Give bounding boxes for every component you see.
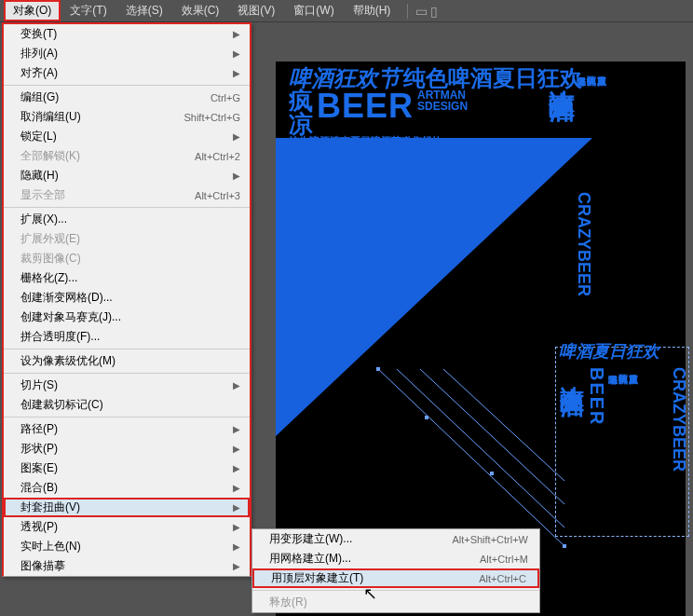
text2-vert-ice: 冰爽啤酒	[559, 367, 584, 375]
menu-label: 设为像素级优化(M)	[20, 353, 116, 369]
shortcut: Alt+Ctrl+M	[480, 554, 528, 565]
menu-help[interactable]: 帮助(H)	[344, 0, 401, 21]
menu--p-[interactable]: 路径(P)▶	[4, 419, 250, 439]
submenu--w-[interactable]: 用变形建立(W)...Alt+Shift+Ctrl+W	[252, 529, 539, 549]
shortcut: Alt+Ctrl+3	[195, 190, 240, 201]
menu--: 显示全部Alt+Ctrl+3	[4, 185, 250, 205]
chevron-right-icon: ▶	[233, 444, 240, 454]
chevron-right-icon: ▶	[233, 424, 240, 434]
separator	[4, 373, 250, 374]
menu-label: 实时上色(N)	[20, 539, 81, 554]
menu-label: 图像描摹	[20, 558, 65, 574]
separator	[4, 417, 250, 418]
menu-label: 封套扭曲(V)	[20, 500, 80, 515]
menu-object[interactable]: 对象(O)	[4, 0, 61, 21]
menu-label: 图案(E)	[20, 460, 58, 476]
shortcut: Ctrl+G	[211, 92, 240, 103]
text2-row3: 啤酒夏日狂欢	[559, 343, 659, 360]
menu-label: 编组(G)	[20, 89, 59, 105]
separator	[4, 85, 250, 86]
menu-label: 取消编组(U)	[20, 109, 81, 125]
menu--p-[interactable]: 透视(P)▶	[4, 517, 250, 537]
text-sdesign: SDESIGN	[417, 101, 468, 112]
menu--[interactable]: 图像描摹▶	[4, 556, 250, 576]
menu--g-[interactable]: 编组(G)Ctrl+G	[4, 88, 250, 107]
menu-label: 释放(R)	[269, 595, 307, 610]
menu--x-[interactable]: 扩展(X)...	[4, 210, 250, 229]
menu-select[interactable]: 选择(S)	[116, 0, 172, 21]
menu-label: 拼合透明度(F)...	[20, 329, 100, 345]
menu--k-: 全部解锁(K)Alt+Ctrl+2	[4, 146, 250, 166]
menu--z-[interactable]: 栅格化(Z)...	[4, 268, 250, 288]
menubar: 对象(O) 文字(T) 选择(S) 效果(C) 视图(V) 窗口(W) 帮助(H…	[0, 0, 693, 22]
menu-window[interactable]: 窗口(W)	[284, 0, 343, 21]
menu-label: 栅格化(Z)...	[20, 270, 77, 286]
menu-label: 创建渐变网格(D)...	[20, 290, 113, 306]
menu--a-[interactable]: 排列(A)▶	[4, 44, 250, 63]
menu-label: 路径(P)	[20, 421, 58, 437]
chevron-right-icon: ▶	[233, 380, 240, 390]
workspace-layout-icon[interactable]: ▭▯	[415, 4, 441, 19]
menu-label: 全部解锁(K)	[20, 148, 80, 164]
menu--t-[interactable]: 变换(T)▶	[4, 24, 250, 44]
divider	[407, 4, 408, 19]
canvas: 啤酒狂欢节 纯色啤酒夏日狂欢 疯 凉 BEER ARTMAN SDESIGN 纯…	[251, 22, 693, 616]
menu-label: 混合(B)	[20, 480, 58, 496]
text2-crazybeer: CRAZYBEER	[669, 367, 687, 472]
svg-rect-7	[490, 472, 494, 475]
separator	[4, 207, 250, 208]
menu--a-[interactable]: 对齐(A)▶	[4, 63, 250, 83]
menu-label: 形状(P)	[20, 441, 58, 457]
menu-label: 变换(T)	[20, 26, 57, 42]
text-vert-liang: 凉	[289, 113, 313, 136]
menu--n-[interactable]: 实时上色(N)▶	[4, 537, 250, 556]
menu-label: 对齐(A)	[20, 65, 58, 81]
menu-label: 扩展外观(E)	[20, 231, 80, 247]
menu-label: 创建对象马赛克(J)...	[20, 309, 121, 325]
shortcut: Shift+Ctrl+G	[183, 112, 240, 123]
submenu--m-[interactable]: 用网格建立(M)...Alt+Ctrl+M	[252, 549, 539, 568]
menu--m-[interactable]: 设为像素级优化(M)	[4, 351, 250, 371]
chevron-right-icon: ▶	[233, 502, 240, 513]
submenu--r-: 释放(R)	[252, 593, 539, 612]
menu-view[interactable]: 视图(V)	[228, 0, 284, 21]
menu-label: 锁定(L)	[20, 129, 57, 144]
menu-label: 显示全部	[20, 187, 65, 203]
svg-rect-5	[563, 544, 566, 548]
menu--p-[interactable]: 形状(P)▶	[4, 439, 250, 459]
shortcut: Alt+Ctrl+2	[195, 151, 240, 162]
menu-label: 透视(P)	[20, 519, 58, 535]
text-vert-ice: 冰爽啤酒	[548, 69, 575, 76]
chevron-right-icon: ▶	[233, 131, 240, 142]
menu--h-[interactable]: 隐藏(H)▶	[4, 166, 250, 185]
menu--u-[interactable]: 取消编组(U)Shift+Ctrl+G	[4, 107, 250, 127]
menu--v-[interactable]: 封套扭曲(V)▶	[4, 498, 250, 517]
menu-label: 切片(S)	[20, 377, 58, 393]
menu-label: 用网格建立(M)...	[269, 551, 351, 567]
menu-label: 扩展(X)...	[20, 212, 67, 227]
menu-label: 隐藏(H)	[20, 168, 59, 184]
menu--b-[interactable]: 混合(B)▶	[4, 478, 250, 498]
chevron-right-icon: ▶	[233, 29, 240, 39]
shortcut: Alt+Shift+Ctrl+W	[452, 534, 528, 545]
menu-effect[interactable]: 效果(C)	[172, 0, 229, 21]
menu--e-: 扩展外观(E)	[4, 229, 250, 249]
menu-label: 排列(A)	[20, 46, 58, 62]
chevron-right-icon: ▶	[233, 541, 240, 552]
menu--s-[interactable]: 切片(S)▶	[4, 376, 250, 395]
separator	[4, 349, 250, 349]
chevron-right-icon: ▶	[233, 561, 240, 571]
text-beer: BEER	[317, 89, 414, 124]
submenu--t-[interactable]: 用顶层对象建立(T)Alt+Ctrl+C	[252, 568, 539, 588]
chevron-right-icon: ▶	[233, 171, 240, 181]
menu--j-[interactable]: 创建对象马赛克(J)...	[4, 308, 250, 327]
submenu-envelope-distort: 用变形建立(W)...Alt+Shift+Ctrl+W用网格建立(M)...Al…	[251, 528, 540, 613]
menu--l-[interactable]: 锁定(L)▶	[4, 127, 250, 146]
menu--d-[interactable]: 创建渐变网格(D)...	[4, 288, 250, 308]
chevron-right-icon: ▶	[233, 483, 240, 493]
menu--e-[interactable]: 图案(E)▶	[4, 459, 250, 478]
chevron-right-icon: ▶	[233, 68, 240, 78]
menu-type[interactable]: 文字(T)	[61, 0, 116, 21]
menu--c-[interactable]: 创建裁切标记(C)	[4, 395, 250, 415]
menu--f-[interactable]: 拼合透明度(F)...	[4, 327, 250, 347]
